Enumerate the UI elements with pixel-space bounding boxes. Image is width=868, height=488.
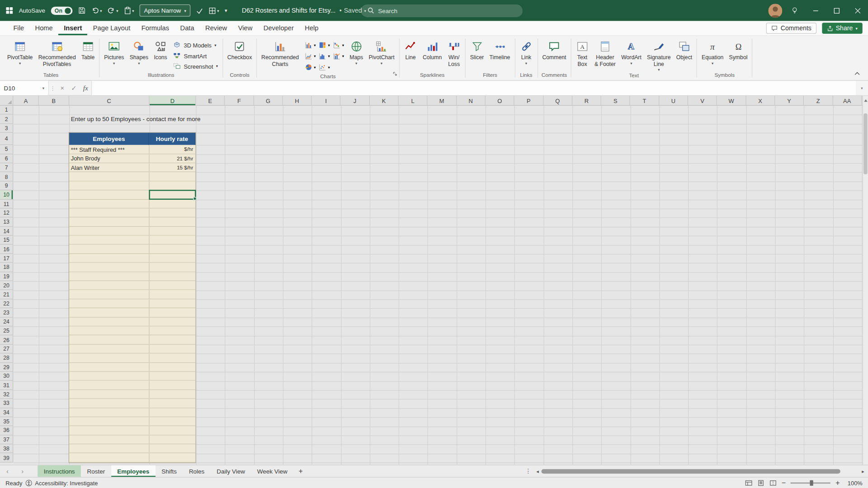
row-header-21[interactable]: 21 [0,290,13,299]
cell-C15[interactable] [69,236,150,244]
cell-C16[interactable] [69,245,150,253]
hscroll-track[interactable] [542,465,859,477]
insert-scatter-chart-icon[interactable]: ▾ [317,61,331,72]
menu-tab-review[interactable]: Review [200,21,233,36]
insert-hierarchy-chart-icon[interactable]: ▾ [317,39,331,50]
document-title[interactable]: D62 Rosters and Shifts for Etsy... • Sav… [242,0,366,21]
column-header-G[interactable]: G [254,96,283,105]
qat-overflow-icon[interactable]: ▾ [225,8,227,13]
insert-pie-chart-icon[interactable]: ▾ [303,61,317,72]
cell-D9[interactable] [150,181,196,190]
column-header-H[interactable]: H [283,96,312,105]
cell-D5[interactable]: $/hr [150,145,196,154]
shapes-button[interactable]: Shapes▾ [127,38,151,66]
undo-button[interactable]: ▾ [91,7,102,14]
selected-cell-D10[interactable] [149,190,196,199]
icons-button[interactable]: Icons [151,38,170,61]
insert-line-chart-icon[interactable]: ▾ [303,50,317,61]
tabs-scroll-right-icon[interactable]: › [15,465,30,477]
header-footer-button[interactable]: Header& Footer [592,38,618,67]
search-box[interactable]: Search [361,5,523,17]
column-header-W[interactable]: W [717,96,746,105]
column-header-F[interactable]: F [225,96,254,105]
cell-D17[interactable] [150,254,196,263]
horizontal-scrollbar[interactable]: ◂ ▸ [533,465,868,477]
column-header-X[interactable]: X [746,96,775,105]
sheet-tab-shifts[interactable]: Shifts [156,465,183,477]
row-header-15[interactable]: 15 [0,236,13,245]
normal-view-icon[interactable] [745,479,752,486]
cell-D16[interactable] [150,245,196,253]
column-header-Q[interactable]: Q [543,96,572,105]
row-header-35[interactable]: 35 [0,417,13,426]
3d-models-button[interactable]: 3D Models▾ [173,41,218,49]
row-header-5[interactable]: 5 [0,145,13,154]
column-header-D[interactable]: D [150,96,196,105]
hscroll-left-icon[interactable]: ◂ [533,469,541,474]
row-header-38[interactable]: 38 [0,444,13,453]
column-header-Y[interactable]: Y [775,96,804,105]
insert-waterfall-chart-icon[interactable]: ▾ [331,39,345,50]
cell-D39[interactable] [150,453,196,462]
column-header-A[interactable]: A [13,96,38,105]
cell-C34[interactable] [69,408,150,417]
expand-formula-bar-icon[interactable]: ▾ [856,81,868,95]
row-header-11[interactable]: 11 [0,199,13,208]
column-header-C[interactable]: C [69,96,150,105]
timeline-button[interactable]: Timeline [486,38,513,61]
row-header-39[interactable]: 39 [0,453,13,462]
cell-D37[interactable] [150,435,196,444]
hscroll-thumb[interactable] [542,469,840,474]
row-header-32[interactable]: 32 [0,390,13,399]
cell-D30[interactable] [150,372,196,380]
cell-D18[interactable] [150,263,196,272]
column-header-U[interactable]: U [659,96,688,105]
cell-D29[interactable] [150,363,196,371]
app-launcher-icon[interactable] [5,7,13,14]
recommended-pivottables-button[interactable]: RecommendedPivotTables [36,38,79,67]
zoom-level[interactable]: 100% [845,479,863,486]
menu-tab-home[interactable]: Home [29,21,58,36]
column-header-K[interactable]: K [370,96,399,105]
column-header-N[interactable]: N [457,96,486,105]
enter-icon[interactable]: ✓ [68,81,80,95]
cell-D24[interactable] [150,317,196,326]
dialog-launcher-icon[interactable] [392,69,397,79]
cell-C22[interactable] [69,299,150,308]
cell-C30[interactable] [69,372,150,380]
row-header-10[interactable]: 10 [0,190,13,199]
cell-D25[interactable] [150,326,196,335]
comment-button[interactable]: Comment [539,38,569,61]
row-header-17[interactable]: 17 [0,254,13,263]
borders-icon[interactable]: ▾ [209,7,219,14]
win-loss-button[interactable]: Win/Loss [444,38,463,67]
cell-D22[interactable] [150,299,196,308]
smartart-button[interactable]: SmartArt [173,52,218,60]
menu-tab-formulas[interactable]: Formulas [136,21,175,36]
cell-C25[interactable] [69,326,150,335]
table-header-employees[interactable]: Employees [69,133,149,145]
insert-combo-chart-icon[interactable]: ▾ [331,50,345,61]
sheet-tab-roster[interactable]: Roster [81,465,111,477]
row-header-3[interactable]: 3 [0,124,13,133]
accessibility-status[interactable]: Accessibility: Investigate [25,479,98,486]
row-header-24[interactable]: 24 [0,317,13,326]
vertical-scrollbar[interactable] [863,96,868,465]
menu-tab-developer[interactable]: Developer [258,21,299,36]
cell-C23[interactable] [69,308,150,317]
grid-canvas[interactable]: Enter up to 50 Employees - contact me fo… [13,106,862,465]
cell-C12[interactable] [69,209,150,217]
pictures-button[interactable]: Pictures▾ [101,38,127,66]
line-button[interactable]: Line [401,38,420,61]
zoom-in-button[interactable]: + [835,479,840,487]
cell-C13[interactable] [69,218,150,226]
row-header-36[interactable]: 36 [0,426,13,435]
cell-C6[interactable]: John Brody [69,154,150,163]
symbol-button[interactable]: ΩSymbol [726,38,750,61]
cell-D21[interactable] [150,290,196,299]
paste-icon[interactable]: ▾ [124,7,134,14]
sheet-tab-instructions[interactable]: Instructions [38,465,81,477]
zoom-slider-thumb[interactable] [810,480,813,485]
row-header-14[interactable]: 14 [0,227,13,236]
row-header-1[interactable]: 1 [0,106,13,115]
